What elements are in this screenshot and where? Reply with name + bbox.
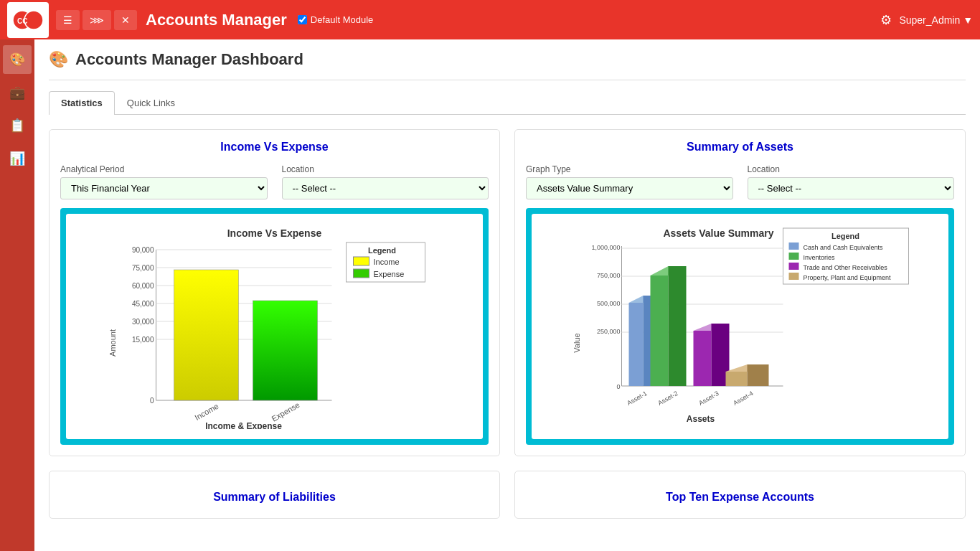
summary-assets-form: Graph Type Assets Value Summary Location… [526,164,954,199]
svg-text:Asset-3: Asset-3 [697,390,720,407]
settings-icon[interactable]: ⚙ [880,12,892,28]
svg-text:Income: Income [374,258,400,266]
divider [49,80,966,80]
income-location-label: Location [282,164,489,174]
svg-rect-64 [726,372,748,386]
bottom-grid: Summary of Liabilities Top Ten Expense A… [49,471,966,519]
svg-text:Assets: Assets [687,414,715,424]
svg-text:Property, Plant and Equipment: Property, Plant and Equipment [804,274,891,281]
analytical-period-select[interactable]: This Financial Year [60,177,268,199]
svg-text:250,000: 250,000 [597,328,621,335]
svg-rect-27 [253,301,318,400]
svg-text:Asset-2: Asset-2 [656,390,679,407]
income-location-select[interactable]: -- Select -- [282,177,489,199]
page-title: 🎨 Accounts Manager Dashboard [49,50,966,69]
svg-rect-55 [629,303,644,386]
svg-rect-58 [651,276,669,386]
sidebar-icon-briefcase[interactable]: 💼 [3,78,32,107]
summary-assets-title: Summary of Assets [526,141,954,154]
sidebar: 🎨 💼 📋 📊 [0,39,34,551]
close-button[interactable]: ✕ [114,10,137,30]
svg-text:Income: Income [193,402,220,422]
assets-location-label: Location [748,164,955,174]
sidebar-icon-palette[interactable]: 🎨 [3,45,32,74]
svg-rect-8 [354,269,369,278]
svg-text:Assets Value Summary: Assets Value Summary [663,227,773,239]
top-ten-expense-title: Top Ten Expense Accounts [526,482,954,507]
tab-statistics[interactable]: Statistics [49,91,115,115]
graph-type-select[interactable]: Assets Value Summary [526,177,733,199]
svg-text:60,000: 60,000 [132,282,154,290]
hamburger-button[interactable]: ☰ [56,10,80,30]
svg-rect-26 [174,270,239,400]
svg-text:750,000: 750,000 [597,272,621,279]
svg-text:Income & Expense: Income & Expense [205,421,282,429]
svg-text:CC: CC [17,17,27,25]
dashboard-grid: Income Vs Expense Analytical Period This… [49,129,966,456]
app-title: Accounts Manager [146,11,287,29]
tab-quick-links[interactable]: Quick Links [115,91,187,114]
svg-marker-59 [669,266,687,386]
summary-assets-chart-inner: Assets Value Summary Legend Cash and Cas… [532,214,948,439]
svg-rect-61 [694,331,712,386]
income-expense-title: Income Vs Expense [60,141,489,154]
svg-text:15,000: 15,000 [132,336,154,344]
svg-text:500,000: 500,000 [597,300,621,307]
summary-liabilities-title: Summary of Liabilities [60,482,489,507]
graph-type-label: Graph Type [526,164,733,174]
income-expense-form: Analytical Period This Financial Year Lo… [60,164,489,199]
svg-text:1,000,000: 1,000,000 [591,244,620,251]
analytical-period-group: Analytical Period This Financial Year [60,164,268,199]
svg-text:Expense: Expense [270,400,301,423]
svg-marker-65 [748,364,769,386]
svg-text:Cash and Cash Equivalents: Cash and Cash Equivalents [804,244,884,251]
svg-text:Asset-1: Asset-1 [626,390,648,407]
sidebar-icon-book[interactable]: 📋 [3,111,32,140]
summary-assets-chart: Assets Value Summary Legend Cash and Cas… [539,221,941,432]
svg-text:Legend: Legend [831,232,859,240]
svg-text:Income Vs Expense: Income Vs Expense [227,227,322,239]
summary-assets-chart-container: Assets Value Summary Legend Cash and Cas… [526,208,954,445]
income-expense-chart: Income Vs Expense Legend Income Expense … [73,221,476,432]
income-expense-card: Income Vs Expense Analytical Period This… [49,129,500,456]
module-checkbox[interactable] [298,15,307,24]
income-location-group: Location -- Select -- [282,164,489,199]
top-ten-expense-card: Top Ten Expense Accounts [514,471,966,519]
svg-rect-36 [789,253,799,260]
summary-liabilities-card: Summary of Liabilities [49,471,500,519]
module-label: Default Module [311,14,373,25]
grid-button[interactable]: ⋙ [83,10,111,30]
svg-text:Inventories: Inventories [804,254,836,261]
app-logo: CC [7,2,49,38]
svg-rect-6 [354,257,369,265]
summary-assets-card: Summary of Assets Graph Type Assets Valu… [514,129,966,456]
svg-text:0: 0 [150,397,154,405]
svg-text:90,000: 90,000 [132,246,154,254]
svg-text:30,000: 30,000 [132,318,154,326]
dashboard-icon: 🎨 [49,50,68,69]
user-menu[interactable]: Super_Admin ▼ [899,14,973,26]
svg-text:Trade and Other Receivables: Trade and Other Receivables [804,264,888,271]
sidebar-icon-chart[interactable]: 📊 [3,144,32,173]
assets-location-select[interactable]: -- Select -- [748,177,955,199]
summary-assets-svg: Assets Value Summary Legend Cash and Cas… [539,221,941,429]
svg-text:Asset-4: Asset-4 [732,390,754,407]
navbar: CC ☰ ⋙ ✕ Accounts Manager Default Module… [0,0,980,39]
svg-text:75,000: 75,000 [132,264,154,272]
svg-text:0: 0 [616,383,620,390]
module-toggle: Default Module [298,14,373,25]
svg-text:Value: Value [573,333,581,352]
graph-type-group: Graph Type Assets Value Summary [526,164,733,199]
navbar-right: ⚙ Super_Admin ▼ [880,12,973,28]
main-content: 🎨 Accounts Manager Dashboard Statistics … [34,39,980,551]
analytical-period-label: Analytical Period [60,164,268,174]
svg-rect-40 [789,273,799,280]
assets-location-group: Location -- Select -- [748,164,955,199]
income-expense-chart-container: Income Vs Expense Legend Income Expense … [60,208,489,445]
svg-text:Amount: Amount [108,329,117,357]
tabs-container: Statistics Quick Links [49,91,966,115]
svg-text:Legend: Legend [368,246,396,255]
income-expense-svg: Income Vs Expense Legend Income Expense … [73,221,476,429]
svg-rect-38 [789,263,799,270]
svg-rect-34 [789,242,799,250]
